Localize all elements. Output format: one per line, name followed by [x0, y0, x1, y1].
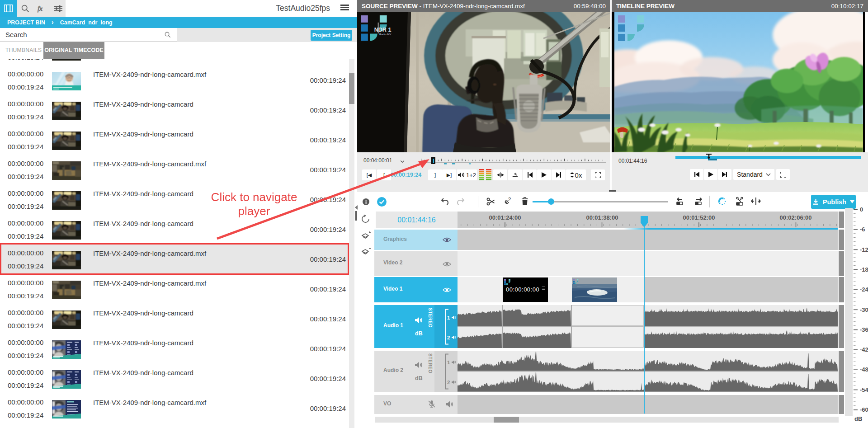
svg-text:-36: -36	[860, 326, 868, 333]
svg-text:-54: -54	[860, 386, 868, 393]
svg-text:fx: fx	[38, 5, 42, 12]
svg-text:-42: -42	[860, 346, 868, 353]
svg-text:-12: -12	[860, 246, 868, 253]
svg-text:-18: -18	[860, 266, 868, 273]
svg-text:-24: -24	[860, 286, 868, 293]
svg-text:0: 0	[860, 206, 863, 213]
svg-text:?: ?	[508, 197, 511, 202]
svg-text:-48: -48	[860, 366, 868, 373]
svg-text:-6: -6	[860, 226, 865, 233]
svg-text:-30: -30	[860, 306, 868, 313]
svg-text:-60: -60	[860, 406, 868, 413]
